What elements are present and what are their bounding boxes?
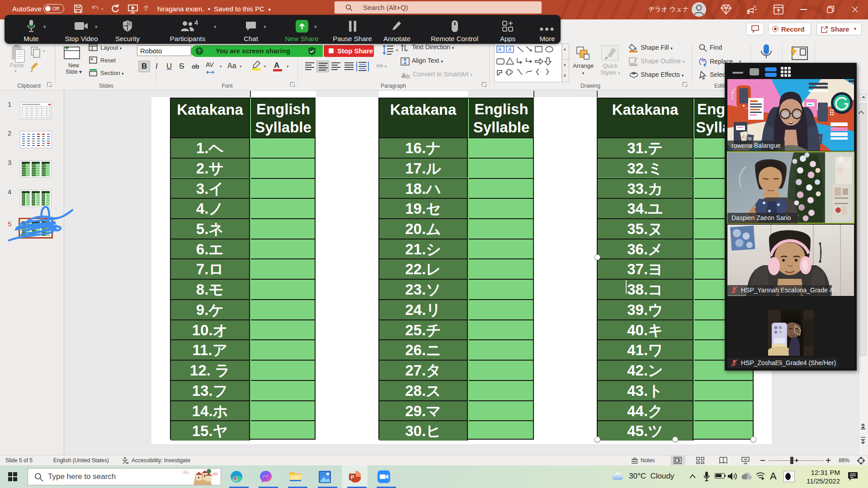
svg-text:P: P	[351, 474, 354, 480]
svg-text:A: A	[508, 47, 511, 52]
svg-text:A: A	[498, 47, 502, 52]
